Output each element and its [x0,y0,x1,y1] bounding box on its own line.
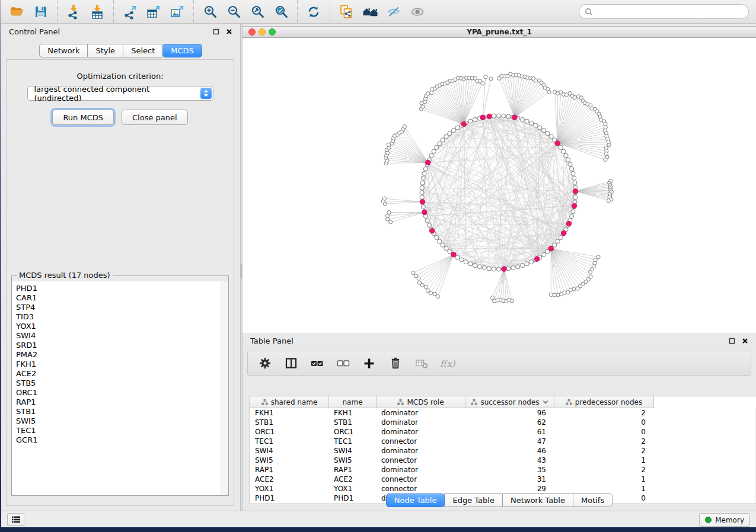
control-panel-header: Control Panel [1,24,240,39]
tab-select[interactable]: Select [123,44,163,57]
table-row[interactable]: FKH1FKH1dominator962 [250,408,756,418]
float-table-panel-button[interactable] [729,338,735,344]
memory-button[interactable]: Memory [699,513,750,527]
table-cell: 2 [554,409,654,417]
close-table-panel-button[interactable] [742,338,748,344]
mcds-result-item[interactable]: PHD1 [16,284,221,293]
mcds-result-item[interactable]: ACE2 [16,369,221,379]
show-all-button[interactable] [406,1,429,23]
zoom-out-button[interactable] [222,1,245,23]
close-traffic-light[interactable] [248,28,256,36]
tab-node-table[interactable]: Node Table [386,493,445,507]
table-cell: connector [377,437,465,446]
mcds-result-item[interactable]: SWI4 [16,331,221,341]
table-row[interactable]: YOX1YOX1connector291 [250,484,756,493]
table-row[interactable]: ORC1ORC1dominator610 [250,427,756,437]
svg-text:f(x): f(x) [440,358,456,369]
delete-table-button[interactable] [412,353,431,373]
mcds-list-scrollbar[interactable] [221,281,228,495]
mcds-result-item[interactable]: FKH1 [16,360,221,369]
export-image-button[interactable] [165,1,189,23]
mcds-result-item[interactable]: STB5 [16,379,221,388]
table-settings-button[interactable] [255,353,275,373]
table-row[interactable]: RAP1RAP1dominator352 [250,465,756,475]
attribute-icon [261,399,268,405]
attribute-icon [471,399,477,405]
network-canvas[interactable] [243,39,756,333]
table-row[interactable]: SWI5SWI5connector431 [250,456,756,465]
table-cell: 96 [465,409,554,417]
import-network-button[interactable] [62,1,85,23]
network-graph[interactable] [243,39,756,333]
show-columns-button[interactable] [281,353,301,373]
close-panel-icon-button[interactable] [226,28,232,35]
mcds-result-item[interactable]: SWI5 [16,416,221,426]
zoom-in-button[interactable] [198,1,222,23]
mcds-result-item[interactable]: SRD1 [16,341,221,350]
mcds-result-item[interactable]: TEC1 [16,426,221,435]
table-cell: STB1 [250,418,329,427]
export-table-button[interactable] [142,1,165,23]
search-box[interactable] [579,4,749,19]
log-console-button[interactable] [7,513,24,526]
mcds-result-item[interactable]: STB1 [16,407,221,416]
zoom-traffic-light[interactable] [269,28,276,36]
table-tabs: Node TableEdge TableNetwork TableMotifs [243,493,756,507]
mcds-result-item[interactable]: GCR1 [16,435,221,445]
open-file-button[interactable] [5,1,29,23]
deselect-all-button[interactable] [333,353,353,373]
hide-selected-button[interactable] [382,1,406,23]
column-header-successor-nodes[interactable]: successor nodes [465,396,554,408]
column-header-predecessor-nodes[interactable]: predecessor nodes [554,396,654,408]
first-neighbors-button[interactable] [358,1,382,23]
mcds-result-item[interactable]: TID3 [16,312,221,322]
add-row-button[interactable] [359,353,379,373]
select-all-icon [310,357,324,370]
attribute-icon [397,399,404,405]
mcds-result-item[interactable]: YOX1 [16,322,221,331]
network-window-titlebar[interactable]: YPA_prune.txt_1 [243,27,756,38]
float-panel-button[interactable] [213,28,219,35]
mcds-result-item[interactable]: PMA2 [16,350,221,360]
tab-motifs[interactable]: Motifs [573,493,613,507]
control-panel-title: Control Panel [9,27,60,36]
export-network-button[interactable] [118,1,142,23]
table-row[interactable]: ACE2ACE2connector311 [250,475,756,484]
column-label: predecessor nodes [575,398,642,406]
delete-rows-button[interactable] [385,353,405,373]
zoom-fit-button[interactable] [245,1,269,23]
attribute-icon [566,399,572,405]
table-row[interactable]: SWI4SWI4dominator462 [250,446,756,456]
select-all-button[interactable] [307,353,327,373]
tab-edge-table[interactable]: Edge Table [444,493,502,507]
function-builder-button[interactable]: f(x) [438,353,457,373]
node-table: shared namenameMCDS rolesuccessor nodesp… [250,396,756,504]
zoom-selected-button[interactable] [269,1,293,23]
table-cell: 0 [554,418,654,427]
tab-mcds[interactable]: MCDS [162,44,202,57]
column-header-name[interactable]: name [329,396,377,408]
save-session-icon [33,4,49,20]
minimize-traffic-light[interactable] [259,28,266,36]
optimization-criterion-select[interactable]: largest connected component (undirected) [27,86,213,101]
table-row[interactable]: TEC1TEC1connector472 [250,437,756,446]
save-session-button[interactable] [29,1,53,23]
mcds-result-item[interactable]: RAP1 [16,398,221,407]
refresh-view-button[interactable] [302,1,326,23]
tab-network-table[interactable]: Network Table [502,493,573,507]
tab-network[interactable]: Network [39,44,88,57]
mcds-result-list[interactable]: PHD1CAR1STP4TID3YOX1SWI4SRD1PMA2FKH1ACE2… [12,281,221,495]
mcds-result-item[interactable]: ORC1 [16,388,221,398]
close-panel-button[interactable]: Close panel [122,110,188,125]
network-window-title: YPA_prune.txt_1 [467,28,532,36]
run-mcds-button[interactable]: Run MCDS [52,110,114,125]
mcds-result-item[interactable]: CAR1 [16,293,221,303]
clone-network-button[interactable] [334,1,358,23]
tab-style[interactable]: Style [87,44,123,57]
table-row[interactable]: STB1STB1dominator620 [250,418,756,427]
search-input[interactable] [596,8,743,16]
mcds-result-item[interactable]: STP4 [16,303,221,312]
column-header-shared-name[interactable]: shared name [250,396,329,408]
import-table-button[interactable] [85,1,109,23]
column-header-mcds-role[interactable]: MCDS role [377,396,465,408]
